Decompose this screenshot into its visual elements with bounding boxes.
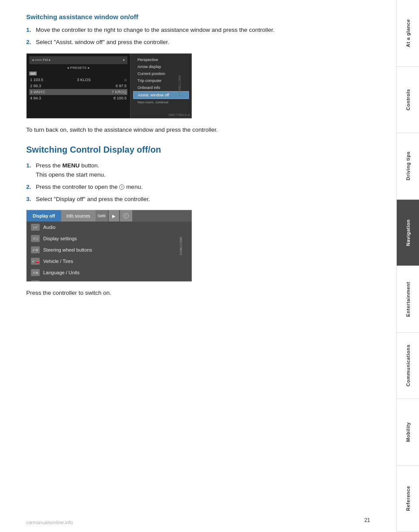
step2-num: 2. [26,38,36,47]
arrow-tab: ▶ [109,210,119,222]
steering-item: ✓⊙ Steering wheel buttons [27,244,192,256]
sidebar-label-reference: Reference [405,486,411,511]
vehicle-item: ✓🚗 Vehicle / Tires [27,256,192,267]
setti-tab: Setti [96,210,108,222]
sidebar-tab-entertainment[interactable]: Entertainment [397,266,419,333]
bottom-watermark: carmanualsonline.info [26,520,73,525]
display-icon: ✓□ [31,235,40,242]
info-sources-tab: Info sources [61,210,95,222]
language-label: Language / Units [43,270,79,275]
section2-step1-text: Press the MENU button.This opens the sta… [36,161,379,179]
step2-text: Select "Assist. window off" and press th… [36,38,379,47]
section2-step2: 2. Press the controller to open the i me… [26,183,379,191]
section2-closing: Press the controller to switch on. [26,289,379,298]
sidebar-tab-driving-tips[interactable]: Driving tips [397,133,419,200]
sidebar-label-communications: Communications [405,344,411,386]
section1-steps: 1. Move the controller to the right to c… [26,26,379,47]
section1-title: Switching assistance window on/off [26,13,379,20]
sidebar-tab-navigation[interactable]: Navigation [397,200,419,266]
section2-step3-text: Select "Display off" and press the contr… [36,195,379,204]
vehicle-label: Vehicle / Tires [43,259,73,264]
right-sidebar: At a glance Controls Driving tips Naviga… [396,0,419,532]
screenshot2-watermark: NMC17983-5 [180,237,183,255]
sidebar-label-driving-tips: Driving tips [405,151,411,181]
screenshot1-watermark: NMC77364 E-A [178,75,181,96]
sidebar-tab-at-a-glance[interactable]: At a glance [397,0,419,67]
sidebar-label-mobility: Mobility [405,422,411,442]
section2-step2-text: Press the controller to open the i menu. [36,183,379,191]
section2-title: Switching Control Display off/on [26,144,379,155]
page-number-area: 21 [364,517,370,523]
step1-num: 1. [26,26,36,34]
steering-label: Steering wheel buttons [43,247,92,252]
vehicle-icon: ✓🚗 [31,258,40,265]
step1-text: Move the controller to the right to chan… [36,26,379,34]
settings-screen-screenshot: Display off Info sources Setti ▶ i ♪✓ Au… [26,210,192,282]
display-off-tab: Display off [27,210,61,222]
sidebar-label-controls: Controls [405,89,411,110]
sidebar-label-at-a-glance: At a glance [405,19,411,47]
sidebar-tab-reference[interactable]: Reference [397,466,419,532]
audio-label: Audio [43,225,55,230]
section2-step1-sub: This opens the start menu. [36,171,106,178]
section2-step2-num: 2. [26,183,36,191]
section2-step1: 1. Press the MENU button.This opens the … [26,161,379,179]
sidebar-tab-controls[interactable]: Controls [397,67,419,133]
sidebar-tab-mobility[interactable]: Mobility [397,399,419,466]
language-item: ✓A Language / Units [27,267,192,278]
section2-step3-num: 3. [26,195,36,204]
section1-closing: To turn back on, switch to the assistanc… [26,126,379,135]
audio-icon: ♪✓ [31,224,40,231]
sidebar-label-entertainment: Entertainment [405,282,411,317]
sidebar-label-navigation: Navigation [405,219,411,246]
display-settings-item: ✓□ Display settings [27,233,192,244]
time-item: ✓🕐 Time / Date [27,278,192,282]
display-settings-label: Display settings [43,236,77,241]
menu-bold: MENU [62,162,80,169]
site-link: carmanualsonline.info [26,520,73,525]
language-icon: ✓A [31,269,40,276]
watermark-1: NMC77364 E-A [168,113,190,116]
info-tab: i [120,210,132,222]
time-icon: ✓🕐 [31,280,40,282]
step2-item: 2. Select "Assist. window off" and press… [26,38,379,47]
main-content: Switching assistance window on/off 1. Mo… [0,0,396,532]
sidebar-tab-communications[interactable]: Communications [397,333,419,399]
step1-item: 1. Move the controller to the right to c… [26,26,379,34]
section2-step3: 3. Select "Display off" and press the co… [26,195,379,204]
section2-steps: 1. Press the MENU button.This opens the … [26,161,379,204]
steering-icon: ✓⊙ [31,246,40,253]
radio-screen-screenshot: ◂ ═══ FM ▸ ● ▸ PRESETS ◂ set 1 103.5 3 K… [26,53,192,119]
page-number: 21 [364,517,370,523]
section2-step1-num: 1. [26,161,36,179]
info-icon: i [119,184,124,190]
audio-item: ♪✓ Audio [27,222,192,233]
time-label: Time / Date [43,281,68,282]
